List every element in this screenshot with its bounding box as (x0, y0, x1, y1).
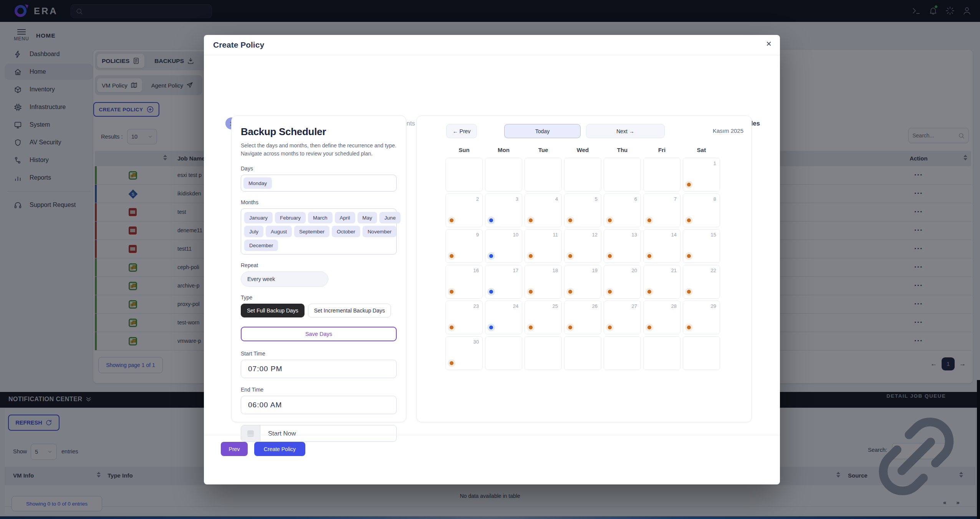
calendar-day-cell[interactable]: 11 (525, 229, 562, 263)
start-now-checkbox[interactable] (247, 430, 254, 437)
save-days-button[interactable]: Save Days (241, 327, 397, 341)
footer-divider (204, 435, 780, 435)
day-number: 21 (671, 268, 677, 273)
months-label: Months (241, 199, 397, 205)
day-number: 26 (592, 303, 598, 309)
month-chip[interactable]: September (294, 226, 329, 237)
calendar-day-cell[interactable]: 7 (643, 193, 680, 227)
day-chip[interactable]: Monday (243, 177, 272, 189)
prev-step-button[interactable]: Prev (221, 442, 248, 456)
calendar-day-cell[interactable] (525, 158, 562, 192)
close-icon[interactable]: × (766, 39, 771, 48)
start-now-field: Start Now (241, 425, 397, 442)
incremental-backup-dot (450, 326, 454, 329)
incremental-backup-dot (687, 326, 691, 329)
day-number: 28 (671, 303, 677, 309)
calendar-day-cell[interactable]: 20 (604, 265, 641, 299)
incremental-backup-dot (450, 290, 454, 294)
weekday-label: Sat (683, 147, 720, 153)
calendar-day-cell[interactable]: 28 (643, 301, 680, 334)
month-chip[interactable]: May (358, 212, 377, 223)
calendar-day-cell[interactable]: 17 (485, 265, 522, 299)
month-chip[interactable]: October (332, 226, 360, 237)
calendar-day-cell[interactable] (445, 158, 483, 192)
month-chip[interactable]: December (244, 240, 278, 251)
calendar-day-cell[interactable]: 24 (485, 301, 522, 334)
type-option-full[interactable]: Set Full Backup Days (241, 304, 305, 317)
calendar-day-cell[interactable]: 1 (683, 158, 720, 192)
calendar-day-cell[interactable]: 9 (445, 229, 483, 263)
start-time-input[interactable]: 07:00 PM (241, 360, 397, 378)
calendar-day-cell[interactable]: 6 (604, 193, 641, 227)
type-option-incremental[interactable]: Set Incremental Backup Days (308, 304, 391, 317)
calendar-day-cell[interactable] (604, 158, 641, 192)
day-number: 16 (473, 268, 479, 273)
days-multiselect[interactable]: Monday (241, 175, 397, 192)
calendar-day-cell[interactable] (485, 336, 522, 370)
calendar-day-cell[interactable]: 19 (564, 265, 601, 299)
incremental-backup-dot (687, 254, 691, 258)
calendar-day-cell[interactable]: 15 (683, 229, 720, 263)
day-number: 3 (516, 196, 518, 202)
calendar-day-cell[interactable]: 22 (683, 265, 720, 299)
calendar-day-cell[interactable] (683, 336, 720, 370)
calendar-day-cell[interactable] (564, 336, 601, 370)
calendar-day-cell[interactable]: 26 (564, 301, 601, 334)
end-time-input[interactable]: 06:00 AM (241, 396, 397, 414)
calendar-day-cell[interactable]: 4 (525, 193, 562, 227)
calendar-day-cell[interactable]: 5 (564, 193, 601, 227)
calendar-day-cell[interactable]: 12 (564, 229, 601, 263)
modal-header: Create Policy × (204, 35, 780, 55)
scheduler-subtitle: Select the days and months, then define … (241, 142, 397, 158)
month-chip[interactable]: November (363, 226, 396, 237)
calendar-day-cell[interactable] (485, 158, 522, 192)
full-backup-dot (489, 290, 493, 294)
calendar-day-cell[interactable]: 23 (445, 301, 483, 334)
calendar-day-cell[interactable]: 25 (525, 301, 562, 334)
month-chip[interactable]: January (244, 212, 273, 223)
calendar-day-cell[interactable] (643, 158, 680, 192)
month-chip[interactable]: April (335, 212, 355, 223)
calendar-day-cell[interactable]: 13 (604, 229, 641, 263)
calendar-today-button[interactable]: Today (504, 124, 581, 138)
calendar-day-cell[interactable]: 18 (525, 265, 562, 299)
month-chip[interactable]: March (308, 212, 333, 223)
calendar-day-cell[interactable] (643, 336, 680, 370)
repeat-select[interactable]: Every week (241, 271, 328, 287)
calendar-day-cell[interactable]: 3 (485, 193, 522, 227)
incremental-backup-dot (608, 254, 612, 258)
day-number: 29 (711, 303, 716, 309)
month-chip[interactable]: June (379, 212, 401, 223)
weekday-label: Wed (564, 147, 601, 153)
calendar-day-cell[interactable] (525, 336, 562, 370)
calendar-grid: 1234567891011121314151617181920212223242… (445, 158, 720, 370)
calendar-day-cell[interactable]: 27 (604, 301, 641, 334)
calendar-day-cell[interactable]: 21 (643, 265, 680, 299)
month-chip[interactable]: August (266, 226, 292, 237)
calendar-day-cell[interactable] (564, 158, 601, 192)
month-chip[interactable]: February (275, 212, 306, 223)
calendar-prev-button[interactable]: ← Prev (446, 124, 477, 138)
calendar-day-cell[interactable]: 29 (683, 301, 720, 334)
start-now-label: Start Now (268, 430, 296, 437)
weekday-label: Tue (525, 147, 562, 153)
day-number: 19 (592, 268, 598, 273)
calendar-day-cell[interactable]: 14 (643, 229, 680, 263)
calendar-day-cell[interactable] (604, 336, 641, 370)
incremental-backup-dot (529, 218, 533, 222)
incremental-backup-dot (568, 290, 572, 294)
month-chip[interactable]: July (244, 226, 263, 237)
calendar-day-cell[interactable]: 8 (683, 193, 720, 227)
incremental-backup-dot (608, 290, 612, 294)
calendar-next-button[interactable]: Next → (586, 124, 665, 138)
months-multiselect[interactable]: JanuaryFebruaryMarchAprilMayJuneJulyAugu… (241, 208, 397, 255)
create-policy-submit-button[interactable]: Create Policy (254, 442, 305, 456)
day-number: 1 (713, 160, 716, 166)
incremental-backup-dot (608, 218, 612, 222)
calendar-day-cell[interactable]: 30 (445, 336, 483, 370)
calendar-day-cell[interactable]: 2 (445, 193, 483, 227)
day-number: 25 (553, 303, 558, 309)
incremental-backup-dot (608, 326, 612, 329)
calendar-day-cell[interactable]: 10 (485, 229, 522, 263)
calendar-day-cell[interactable]: 16 (445, 265, 483, 299)
